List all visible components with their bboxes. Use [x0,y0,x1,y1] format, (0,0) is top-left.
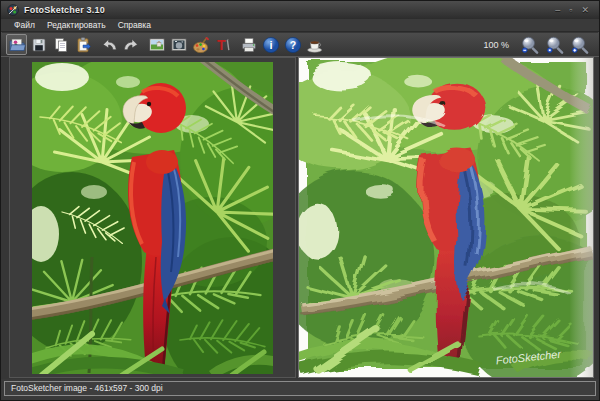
zoom-out-button[interactable] [519,34,540,55]
title-bar: FotoSketcher 3.10 – ▫ ✕ [1,1,599,19]
zoom-in-icon [570,35,589,55]
undo-button[interactable] [98,34,119,55]
drawing-parameters-button[interactable] [168,34,189,55]
redo-arrow-icon [122,36,140,54]
svg-text:i: i [269,39,272,51]
original-photo [32,62,273,374]
draw-button[interactable] [146,34,167,55]
donate-coffee-button[interactable] [304,34,325,55]
open-folder-icon [8,36,26,54]
text-tool-icon: T [214,36,232,54]
zoom-100-button[interactable] [544,34,565,55]
menu-file[interactable]: Файл [9,20,40,30]
status-text: FotoSketcher image - 461x597 - 300 dpi [4,381,596,396]
info-icon: i [262,36,280,54]
undo-arrow-icon [100,36,118,54]
menu-help[interactable]: Справка [113,20,156,30]
paste-clipboard-icon [74,36,92,54]
printer-icon [240,36,258,54]
toolbar: T i ? [1,33,599,57]
minimize-button[interactable]: – [555,6,560,15]
palette-button[interactable] [190,34,211,55]
info-button[interactable]: i [260,34,281,55]
close-button[interactable]: ✕ [581,6,589,15]
svg-text:T: T [217,36,226,52]
zoom-level-label: 100 % [483,40,509,50]
add-text-button[interactable]: T [212,34,233,55]
zoom-100-icon [545,35,564,55]
original-image-panel [9,57,296,378]
zoom-out-icon [520,35,539,55]
artist-palette-icon [192,36,210,54]
help-button[interactable]: ? [282,34,303,55]
zoom-in-button[interactable] [569,34,590,55]
framed-picture-icon [170,36,188,54]
menu-bar: Файл Редактировать Справка [1,19,599,32]
coffee-cup-icon [306,36,324,54]
app-window: FotoSketcher 3.10 – ▫ ✕ Файл Редактирова… [0,0,600,401]
svg-text:?: ? [289,39,295,51]
menu-edit[interactable]: Редактировать [42,20,111,30]
status-bar: FotoSketcher image - 461x597 - 300 dpi [1,379,599,401]
painted-image-panel: FotoSketcher [298,57,594,378]
print-button[interactable] [238,34,259,55]
save-floppy-icon [30,36,48,54]
redo-button[interactable] [120,34,141,55]
paste-button[interactable] [72,34,93,55]
save-button[interactable] [28,34,49,55]
copy-button[interactable] [50,34,71,55]
open-image-button[interactable] [6,34,27,55]
maximize-button[interactable]: ▫ [569,6,572,15]
landscape-photo-icon [148,36,166,54]
painted-image: FotoSketcher [299,58,593,377]
window-title: FotoSketcher 3.10 [24,5,105,15]
help-icon: ? [284,36,302,54]
workspace: FotoSketcher [1,57,599,379]
app-icon [7,4,19,16]
copy-icon [52,36,70,54]
